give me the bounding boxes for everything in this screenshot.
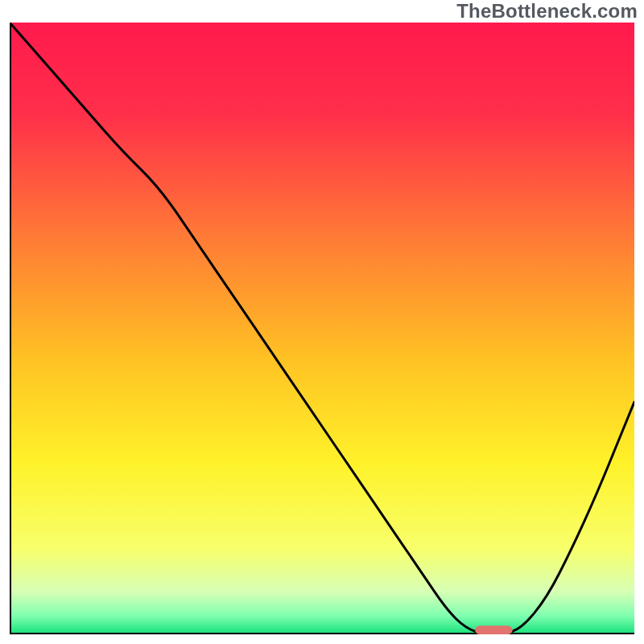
optimal-marker bbox=[475, 625, 513, 634]
chart-frame: TheBottleneck.com bbox=[0, 0, 644, 644]
gradient-background bbox=[10, 23, 634, 634]
bottleneck-chart bbox=[10, 23, 634, 634]
watermark-text: TheBottleneck.com bbox=[456, 0, 638, 23]
plot-area bbox=[10, 23, 634, 634]
